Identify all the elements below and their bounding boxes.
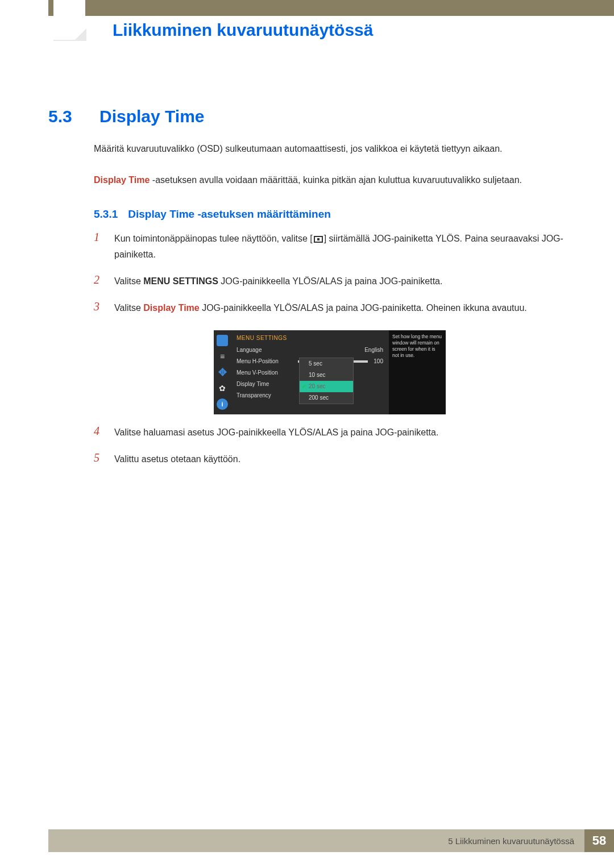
step-text: Valitse haluamasi asetus JOG-painikkeell… xyxy=(114,425,566,441)
step-1-pre: Kun toimintonäppäinopas tulee näyttöön, … xyxy=(114,234,313,243)
osd-window: ≡ ✥ ✿ i MENU SETTINGS Language English M… xyxy=(214,330,446,414)
step-2-post: JOG-painikkeella YLÖS/ALAS ja paina JOG-… xyxy=(218,276,443,286)
intro-highlight: Display Time xyxy=(94,175,150,185)
subsection-number: 5.3.1 xyxy=(94,208,118,221)
step-text: Valitse MENU SETTINGS JOG-painikkeella Y… xyxy=(114,273,566,290)
osd-value: 100 xyxy=(374,358,383,364)
osd-main-panel: MENU SETTINGS Language English Menu H-Po… xyxy=(231,330,389,414)
gear-icon: ✿ xyxy=(217,383,228,394)
step-number: 5 xyxy=(94,451,104,468)
step-3-pre: Valitse xyxy=(114,303,143,313)
osd-option[interactable]: 200 sec xyxy=(300,392,353,404)
intro-paragraph-2: Display Time -asetuksen avulla voidaan m… xyxy=(94,172,566,189)
osd-option-popup: 5 sec 10 sec 20 sec 200 sec xyxy=(299,358,354,404)
step-2-bold: MENU SETTINGS xyxy=(143,276,218,286)
section-title: Display Time xyxy=(99,107,205,126)
osd-option[interactable]: 10 sec xyxy=(300,369,353,381)
osd-sidebar: ≡ ✥ ✿ i xyxy=(214,330,231,414)
list-icon: ≡ xyxy=(217,351,228,362)
monitor-icon xyxy=(217,335,228,346)
subsection-heading: 5.3.1 Display Time -asetuksen määrittämi… xyxy=(94,208,566,221)
step-number: 4 xyxy=(94,425,104,441)
osd-label: Display Time xyxy=(237,381,292,387)
step-2: 2 Valitse MENU SETTINGS JOG-painikkeella… xyxy=(94,273,566,290)
section-number: 5.3 xyxy=(48,107,85,126)
step-number: 1 xyxy=(94,231,104,264)
osd-figure: ≡ ✥ ✿ i MENU SETTINGS Language English M… xyxy=(94,330,566,414)
intro-rest: -asetuksen avulla voidaan määrittää, kui… xyxy=(150,175,522,185)
menu-icon xyxy=(314,236,323,243)
section-heading: 5.3 Display Time xyxy=(48,107,566,126)
osd-option-selected[interactable]: 20 sec xyxy=(300,381,353,392)
step-text: Kun toimintonäppäinopas tulee näyttöön, … xyxy=(114,231,566,264)
step-4: 4 Valitse haluamasi asetus JOG-painikkee… xyxy=(94,425,566,441)
osd-label: Transparency xyxy=(237,392,292,398)
osd-value: English xyxy=(364,347,383,353)
step-1: 1 Kun toimintonäppäinopas tulee näyttöön… xyxy=(94,231,566,264)
page-footer: 5 Liikkuminen kuvaruutunäytössä 58 xyxy=(48,829,614,852)
osd-row-language: Language English xyxy=(237,344,383,356)
step-3-post: JOG-painikkeella YLÖS/ALAS ja paina JOG-… xyxy=(200,303,527,313)
move-icon: ✥ xyxy=(217,367,228,378)
header-band xyxy=(48,0,614,16)
step-5: 5 Valittu asetus otetaan käyttöön. xyxy=(94,451,566,468)
step-number: 2 xyxy=(94,273,104,290)
chapter-title: Liikkuminen kuvaruutunäytössä xyxy=(113,20,373,40)
osd-option[interactable]: 5 sec xyxy=(300,358,353,369)
osd-label: Menu V-Position xyxy=(237,369,292,376)
subsection-title: Display Time -asetuksen määrittäminen xyxy=(128,208,331,221)
footer-chapter-line: 5 Liikkuminen kuvaruutunäytössä xyxy=(48,829,584,852)
osd-tooltip: Set how long the menu window will remain… xyxy=(389,330,446,414)
step-2-pre: Valitse xyxy=(114,276,143,286)
step-text: Valitse Display Time JOG-painikkeella YL… xyxy=(114,300,566,317)
info-icon: i xyxy=(217,398,228,410)
osd-label: Language xyxy=(237,347,292,353)
intro-paragraph-1: Määritä kuvaruutuvalikko (OSD) sulkeutum… xyxy=(94,141,566,157)
chapter-tab xyxy=(53,0,85,41)
osd-heading: MENU SETTINGS xyxy=(237,335,383,341)
step-3-boldred: Display Time xyxy=(143,303,199,313)
osd-label: Menu H-Position xyxy=(237,358,292,364)
footer-page-number: 58 xyxy=(584,829,614,852)
step-number: 3 xyxy=(94,300,104,317)
step-3: 3 Valitse Display Time JOG-painikkeella … xyxy=(94,300,566,317)
content-area: 5.3 Display Time Määritä kuvaruutuvalikk… xyxy=(48,107,566,467)
step-text: Valittu asetus otetaan käyttöön. xyxy=(114,451,566,468)
